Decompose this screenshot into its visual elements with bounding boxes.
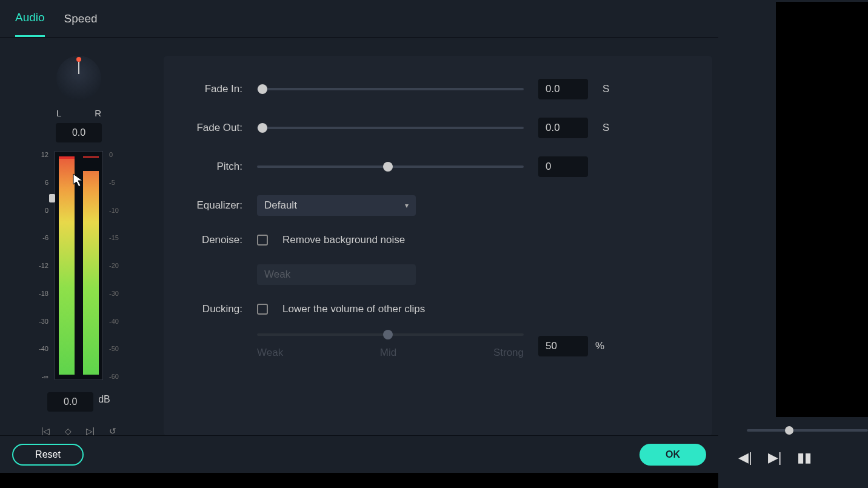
fadeout-label: Fade Out: bbox=[188, 122, 242, 134]
db-unit-label: dB bbox=[98, 394, 110, 405]
denoise-strength-select: Weak bbox=[257, 264, 416, 285]
keyframe-add-icon[interactable]: ◇ bbox=[65, 426, 72, 436]
denoise-checkbox[interactable] bbox=[257, 235, 268, 246]
keyframe-prev-icon[interactable]: |◁ bbox=[41, 426, 50, 436]
tab-speed[interactable]: Speed bbox=[64, 1, 98, 36]
denoise-option-label: Remove background noise bbox=[282, 234, 405, 246]
transport-controls: ◀| ▶| ▮▮ bbox=[738, 450, 827, 466]
equalizer-value: Default bbox=[264, 199, 297, 212]
chevron-down-icon: ▾ bbox=[405, 201, 409, 210]
balance-knob[interactable] bbox=[56, 56, 101, 101]
tab-audio[interactable]: Audio bbox=[15, 0, 45, 37]
db-value[interactable]: 0.0 bbox=[47, 392, 93, 412]
pitch-label: Pitch: bbox=[188, 161, 242, 173]
audio-settings-panel: Audio Speed L R 0.0 12 6 0 -6 bbox=[0, 0, 718, 473]
fadein-slider[interactable] bbox=[257, 88, 524, 90]
pitch-value[interactable]: 0 bbox=[538, 156, 588, 177]
preview-progress-slider[interactable] bbox=[747, 429, 868, 432]
ducking-label: Ducking: bbox=[188, 303, 242, 315]
pitch-slider[interactable] bbox=[257, 165, 524, 168]
meter-scale-right: 0 -5 -10 -15 -20 -30 -40 -50 -60 bbox=[107, 151, 124, 380]
ok-button[interactable]: OK bbox=[639, 444, 706, 466]
fadeout-value[interactable]: 0.0 bbox=[538, 118, 588, 138]
balance-right-label: R bbox=[95, 108, 101, 118]
keyframe-next-icon[interactable]: ▷| bbox=[86, 426, 95, 436]
meter-scale-left: 12 6 0 -6 -12 -18 -30 -40 -∞ bbox=[34, 151, 51, 380]
bottom-bar: Reset OK bbox=[0, 435, 718, 473]
keyframe-controls: |◁ ◇ ▷| ↺ bbox=[41, 426, 116, 436]
meter-bar-left bbox=[59, 156, 75, 375]
ducking-mid-label: Mid bbox=[380, 347, 396, 359]
prev-frame-icon[interactable]: ◀| bbox=[738, 450, 752, 466]
ducking-option-label: Lower the volume of other clips bbox=[282, 303, 425, 315]
fadeout-unit: S bbox=[603, 122, 615, 134]
fadein-label: Fade In: bbox=[188, 83, 242, 95]
ducking-value[interactable]: 50 bbox=[538, 336, 588, 356]
fadein-unit: S bbox=[603, 83, 615, 95]
meter-bar-right bbox=[83, 156, 99, 375]
equalizer-label: Equalizer: bbox=[188, 199, 242, 212]
volume-handle[interactable] bbox=[49, 194, 55, 202]
ducking-weak-label: Weak bbox=[257, 347, 283, 359]
ducking-slider[interactable] bbox=[257, 333, 524, 336]
ducking-checkbox[interactable] bbox=[257, 304, 268, 315]
ducking-strong-label: Strong bbox=[493, 347, 524, 359]
preview-panel bbox=[718, 0, 868, 488]
fadein-value[interactable]: 0.0 bbox=[538, 79, 588, 99]
reset-button[interactable]: Reset bbox=[12, 444, 84, 466]
volume-column: L R 0.0 12 6 0 -6 -12 -18 -30 -40 -∞ bbox=[18, 56, 139, 436]
keyframe-reset-icon[interactable]: ↺ bbox=[109, 426, 116, 436]
equalizer-select[interactable]: Default ▾ bbox=[257, 195, 416, 216]
fadeout-slider[interactable] bbox=[257, 127, 524, 129]
audio-settings-form: Fade In: 0.0 S Fade Out: 0.0 S Pitch: bbox=[164, 56, 712, 436]
preview-video bbox=[776, 2, 868, 417]
volume-meter[interactable] bbox=[55, 151, 103, 380]
balance-value[interactable]: 0.0 bbox=[56, 123, 102, 142]
tab-bar: Audio Speed bbox=[0, 0, 718, 38]
pause-icon[interactable]: ▮▮ bbox=[797, 450, 812, 466]
denoise-label: Denoise: bbox=[188, 234, 242, 246]
balance-left-label: L bbox=[56, 108, 61, 118]
play-icon[interactable]: ▶| bbox=[768, 450, 782, 466]
ducking-unit: % bbox=[595, 340, 607, 352]
